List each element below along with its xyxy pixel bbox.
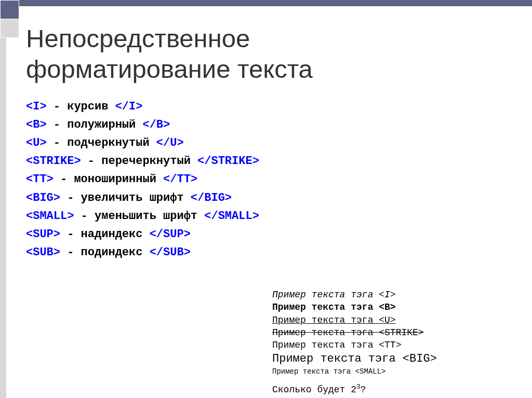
tag-desc: - уменьшить шрифт [74,210,204,223]
tag-open: <BIG> [26,191,60,204]
tag-open: <SMALL> [26,210,74,223]
example-text: Пример текста тэга [272,367,355,376]
tag-row: <SUP> - надиндекс </SUP> [26,225,522,243]
slide-content: Непосредственное форматирование текста <… [26,23,522,262]
example-underline: Пример текста тэга <U> [272,314,527,326]
decoration-square [0,0,19,19]
question-sup: Сколько будет 23? [272,383,527,396]
decoration-line [19,0,532,6]
tag-desc: - моноширинный [54,173,163,186]
tag-desc: - подчеркнутый [47,136,156,149]
example-tag: <U> [379,315,395,325]
tag-definitions: <I> - курсив </I> <B> - полужирный </B> … [26,98,522,262]
tag-row: <BIG> - увеличить шрифт </BIG> [26,189,522,207]
tag-close: </SUP> [150,228,191,241]
slide-title: Непосредственное форматирование текста [26,23,522,85]
tag-desc: - подиндекс [60,246,150,259]
slide-top-decoration [0,0,532,5]
slide-side-decoration [0,19,19,398]
q-after: ? [361,385,366,395]
example-tag: <B> [379,302,395,312]
example-small: Пример текста тэга <SMALL> [272,367,527,377]
tag-open: <SUB> [26,246,60,259]
q-sup: 3 [356,383,361,391]
tag-close: </U> [156,136,184,149]
example-text: Пример текста тэга [272,302,379,312]
title-line2: форматирование текста [26,55,313,83]
decoration-line [0,38,6,398]
example-tag: <STRIKE> [379,327,423,338]
tag-close: </SUB> [150,246,191,259]
tag-desc: - полужирный [47,118,143,131]
example-questions: Сколько будет 23? Формула воды: H2O [272,383,527,398]
tag-close: </BIG> [191,191,232,204]
tag-row: <B> - полужирный </B> [26,116,522,134]
example-bold: Пример текста тэга <B> [272,301,527,313]
tag-row: <U> - подчеркнутый </U> [26,134,522,152]
example-tag: <TT> [379,340,401,350]
example-strike: Пример текста тэга <STRIKE> [272,326,527,339]
tag-desc: - курсив [47,100,115,113]
tag-row: <TT> - моноширинный </TT> [26,170,522,188]
example-tag: <SMALL> [355,367,386,376]
tag-close: </I> [115,100,143,113]
tag-row: <I> - курсив </I> [26,98,522,116]
tag-examples: Пример текста тэга <I> Пример текста тэг… [272,289,527,398]
example-text: Пример текста тэга [272,315,379,325]
tag-desc: - перечеркнутый [81,155,197,168]
tag-close: </B> [142,118,170,131]
example-tag: <I> [379,290,395,300]
example-tt: Пример текста тэга <TT> [272,339,527,351]
question-sub: Формула воды: H2O [272,396,527,398]
tag-open: <U> [26,136,47,149]
example-text: Пример текста тэга [272,340,379,350]
decoration-square [0,19,19,38]
tag-open: <SUP> [26,228,60,241]
tag-open: <TT> [26,173,54,186]
tag-open: <STRIKE> [26,155,81,168]
tag-row: <STRIKE> - перечеркнутый </STRIKE> [26,152,522,170]
example-text: Пример текста тэга [272,352,403,365]
tag-close: </STRIKE> [197,155,259,168]
tag-desc: - надиндекс [60,228,150,241]
tag-desc: - увеличить шрифт [60,191,191,204]
tag-close: </SMALL> [204,210,259,223]
example-text: Пример текста тэга [272,327,379,338]
tag-row: <SMALL> - уменьшить шрифт </SMALL> [26,207,522,225]
example-big: Пример текста тэга <BIG> [272,351,527,367]
tag-row: <SUB> - подиндекс </SUB> [26,243,522,262]
example-text: Пример текста тэга [272,290,379,300]
tag-open: <I> [26,100,47,113]
example-italic: Пример текста тэга <I> [272,289,527,301]
example-tag: <BIG> [403,352,437,365]
tag-close: </TT> [163,173,197,186]
q-before: Сколько будет 2 [272,385,356,395]
title-line1: Непосредственное [26,24,250,52]
tag-open: <B> [26,118,47,131]
